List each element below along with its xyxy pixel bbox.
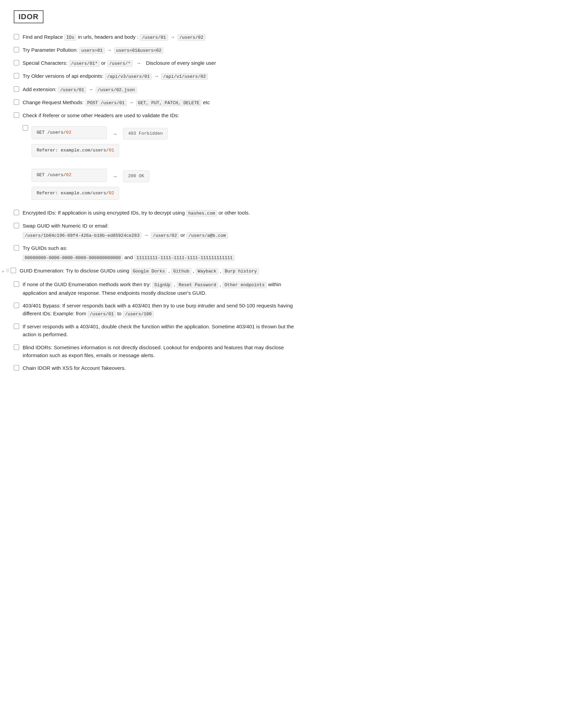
highlight-02-3: 02 [109,191,114,196]
code-wayback: Wayback [196,268,219,275]
code-ext1: /users/01 [58,87,86,93]
text-etc: etc [201,99,210,105]
list-item: If none of the GUID Enumeration methods … [14,280,295,296]
code-github: Github [171,268,191,275]
text-older-1: Try Older versions of api endpoints: [23,73,105,79]
checkbox-find-replace[interactable] [14,34,19,39]
comma-5: , [218,281,223,287]
code-bypass1: /users/01 [88,311,116,317]
text-special-1: Special Characters: [23,60,69,66]
code-bypass2: /users/100 [123,311,154,317]
checkbox-blind-idors[interactable] [14,344,19,350]
code-google-dorks: Google Dorks [131,268,167,275]
list-item: Try Parameter Pollution: users=01→users=… [14,46,295,54]
text-encrypted-1: Encrypted IDs: If application is using e… [23,210,186,216]
list-item: Find and Replace IDs in urls, headers an… [14,33,295,41]
checkbox-try-guids[interactable] [14,245,19,251]
checkbox-guid-none[interactable] [14,281,19,287]
arrow-1: → [170,34,175,40]
text-or-1: or [100,60,107,66]
text-chain-idor: Chain IDOR with XSS for Account Takeover… [23,365,126,371]
arrow-2: → [107,47,112,53]
code-signup: SignUp [152,282,173,288]
code-swap-02: /users/02 [151,232,179,239]
code-methods1: POST /users/01 [85,100,127,106]
checkbox-add-ext[interactable] [14,86,19,92]
text-blind-idors: Blind IDORs: Sometimes information is no… [23,344,284,358]
response-200: 200 OK [123,170,149,182]
checklist: Find and Replace IDs in urls, headers an… [14,33,295,372]
checkbox-referer[interactable] [14,112,19,118]
checkbox-bypass[interactable] [14,303,19,308]
checkbox-server-responds[interactable] [14,324,19,329]
code-special2: /users/* [107,60,133,67]
text-bypass-1: 403/401 Bypass: If server responds back … [23,303,293,316]
list-item: Blind IDORs: Sometimes information is no… [14,343,295,360]
drag-handle-icon[interactable]: ⠿ [6,267,9,275]
text-find-replace-1: Find and Replace [23,34,64,40]
referer-example-1: GET /users/02 → 403 Forbidden Referer: e… [32,126,295,159]
code-older2: /api/v1/users/02 [161,73,208,80]
checkbox-swap-guid[interactable] [14,223,19,228]
text-guid-enum-1: GUID Enumeration: Try to disclose GUIDs … [20,268,130,274]
checkbox-chain-idor[interactable] [14,365,19,371]
list-item: Change Request Methods: POST /users/01→G… [14,98,295,107]
code-users02: /users/02 [177,34,206,41]
text-referer: Check if Referer or some other Headers a… [23,112,179,118]
code-param1: users=01 [79,47,104,54]
code-other-endpoints: Other endpoints [223,282,267,288]
code-swap-email: /users/a@b.com [186,232,228,239]
list-item: Swap GUID with Numeric ID or email: /use… [14,222,295,239]
code-users01: /users/01 [140,34,168,41]
checkbox-older-versions[interactable] [14,73,19,78]
checkbox-param-pollution[interactable] [14,47,19,52]
code-param2: users=01&users=02 [114,47,164,54]
checkbox-methods[interactable] [14,99,19,105]
text-disclosure: Disclosure of every single user [146,60,216,66]
arrow-block2: → [112,172,117,180]
swap-guid-sub: /users/1b04c196-89f4-426a-b18b-ed85924ce… [23,231,295,239]
highlight-01-1: 01 [109,148,114,153]
comma-3: , [219,268,223,274]
code-ids: IDs [64,34,76,41]
text-find-replace-2: in urls, headers and body : [76,34,140,40]
text-guid-none-1: If none of the GUID Enumeration methods … [23,281,152,287]
list-item: Chain IDOR with XSS for Account Takeover… [14,364,295,372]
text-param-1: Try Parameter Pollution: [23,47,79,53]
checkbox-guid-enum[interactable] [11,268,16,273]
list-item: If server responds with a 403/401, doubl… [14,323,295,339]
comma-4: , [172,281,177,287]
arrow-3: → [136,60,141,66]
list-item: Check if Referer or some other Headers a… [14,111,295,119]
list-item: Encrypted IDs: If application is using e… [14,209,295,217]
arrow-6: → [129,99,134,105]
list-item: Try Older versions of api endpoints: /ap… [14,72,295,80]
text-swap-1: Swap GUID with Numeric ID or email: [23,223,109,229]
arrow-block1: → [112,130,117,138]
text-ext-1: Add extension: [23,86,58,92]
text-and-guids: and [123,254,134,260]
highlight-02-2: 02 [66,172,72,178]
code-guid-zeros: 00000000-0000-0000-0000-000000000000 [23,255,123,261]
checkbox-codeblock-empty[interactable] [23,125,28,131]
text-try-guids: Try GUIDs such as: [23,245,67,251]
text-server-responds: If server responds with a 403/401, doubl… [23,324,294,337]
text-bypass-2: to [116,311,123,316]
code-burp-history: Burp history [223,268,259,275]
code-hashes: hashes.com [186,210,217,217]
code-block-referer1: Referer: example.com/users/01 [32,144,119,157]
code-methods2: GET, PUT, PATCH, DELETE [136,100,201,106]
code-reset-password: Reset Password [177,282,218,288]
list-item-guid-enum: + ⠿ GUID Enumeration: Try to disclose GU… [1,267,295,276]
checkbox-encrypted[interactable] [14,210,19,215]
checkbox-special-chars[interactable] [14,60,19,65]
code-ext2: /users/02.json [96,87,137,93]
code-special1: /users/01* [69,60,100,67]
list-item-codeblock: GET /users/02 → 403 Forbidden Referer: e… [23,124,295,204]
arrow-5: → [88,86,94,92]
comma-1: , [167,268,171,274]
text-or-swap: or [179,232,187,238]
plus-icon[interactable]: + [1,267,4,276]
text-encrypted-2: or other tools. [217,210,250,216]
referer-example-2: GET /users/02 → 200 OK Referer: example.… [32,169,295,202]
